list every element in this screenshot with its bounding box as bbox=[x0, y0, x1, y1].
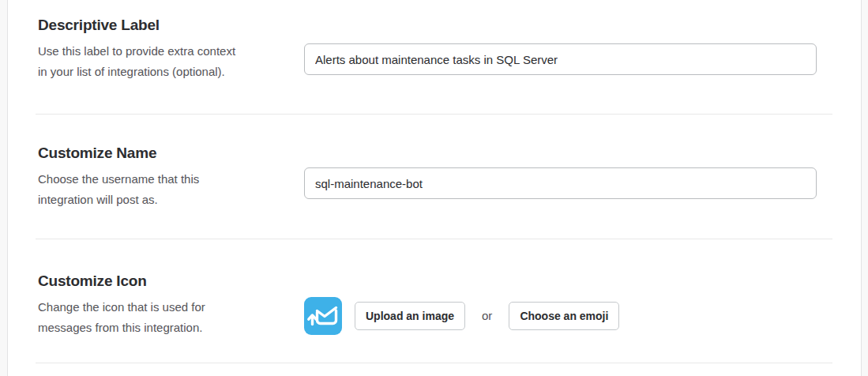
settings-panel: Descriptive Label Use this label to prov… bbox=[7, 0, 862, 376]
section-description-line: Choose the username that this bbox=[38, 169, 275, 190]
section-customize-name: Customize Name Choose the username that … bbox=[8, 115, 861, 239]
section-title-customize-name: Customize Name bbox=[38, 143, 275, 164]
section-description-line: Use this label to provide extra context bbox=[38, 41, 275, 62]
choose-emoji-button[interactable]: Choose an emoji bbox=[509, 302, 619, 330]
customize-name-input[interactable] bbox=[304, 167, 817, 199]
or-label: or bbox=[482, 309, 492, 322]
section-description-line: integration will post as. bbox=[38, 190, 275, 210]
upload-image-button[interactable]: Upload an image bbox=[355, 302, 465, 330]
section-description-line: messages from this integration. bbox=[38, 318, 275, 338]
section-title-customize-icon: Customize Icon bbox=[38, 271, 275, 291]
section-description-line: Change the icon that is used for bbox=[38, 297, 275, 318]
section-divider bbox=[36, 363, 832, 363]
section-description-line: in your list of integrations (optional). bbox=[38, 62, 275, 82]
section-descriptive-label: Descriptive Label Use this label to prov… bbox=[8, 0, 861, 114]
section-customize-icon: Customize Icon Change the icon that is u… bbox=[8, 239, 861, 363]
integration-icon-preview bbox=[304, 297, 342, 335]
descriptive-label-input[interactable] bbox=[304, 43, 817, 75]
section-title-descriptive-label: Descriptive Label bbox=[38, 15, 275, 36]
incoming-webhook-icon bbox=[304, 297, 342, 335]
